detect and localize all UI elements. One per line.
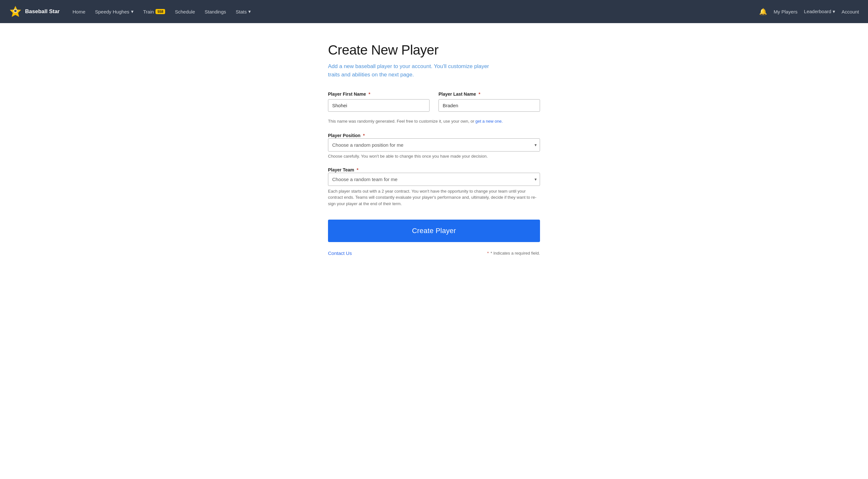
required-note: * * Indicates a required field. (486, 251, 540, 256)
star-icon (9, 5, 22, 18)
required-star: * (479, 92, 480, 97)
svg-point-2 (14, 10, 17, 12)
required-star: * (369, 92, 370, 97)
team-select-wrapper: Choose a random team for me New York Yan… (328, 173, 540, 186)
team-section: Player Team * Choose a random team for m… (328, 167, 540, 207)
team-label: Player Team * (328, 167, 359, 172)
player-link[interactable]: Speedy Hughes ▾ (91, 6, 137, 17)
position-section: Player Position * Choose a random positi… (328, 133, 540, 159)
page-title: Create New Player (328, 42, 540, 58)
home-link[interactable]: Home (69, 6, 89, 17)
footer-row: Contact Us * * Indicates a required fiel… (328, 250, 540, 256)
account-link[interactable]: Account (842, 9, 859, 14)
standings-link[interactable]: Standings (201, 6, 230, 17)
schedule-link[interactable]: Schedule (171, 6, 199, 17)
train-badge: 558 (155, 9, 165, 14)
team-select[interactable]: Choose a random team for me New York Yan… (328, 173, 540, 186)
brand-name: Baseball Star (25, 8, 60, 15)
chevron-down-icon: ▾ (248, 9, 251, 14)
chevron-down-icon: ▾ (131, 9, 134, 14)
first-name-input[interactable] (328, 99, 430, 112)
required-star: * (487, 251, 489, 256)
position-select[interactable]: Choose a random position for me Pitcher … (328, 138, 540, 152)
name-row: Player First Name * Player Last Name * (328, 92, 540, 112)
contact-us-link[interactable]: Contact Us (328, 250, 352, 256)
main-content: Create New Player Add a new baseball pla… (321, 42, 547, 282)
last-name-group: Player Last Name * (438, 92, 540, 112)
position-select-wrapper: Choose a random position for me Pitcher … (328, 138, 540, 152)
first-name-group: Player First Name * (328, 92, 430, 112)
my-players-link[interactable]: My Players (774, 9, 797, 14)
notification-bell-icon[interactable]: 🔔 (759, 8, 767, 15)
team-hint: Each player starts out with a 2 year con… (328, 188, 540, 207)
stats-link[interactable]: Stats ▾ (232, 6, 255, 17)
create-player-button[interactable]: Create Player (328, 220, 540, 242)
chevron-down-icon: ▾ (833, 9, 835, 14)
last-name-label: Player Last Name * (438, 92, 540, 97)
navbar: Baseball Star Home Speedy Hughes ▾ Train… (0, 0, 868, 23)
page-subtitle: Add a new baseball player to your accoun… (328, 62, 501, 79)
nav-links: Home Speedy Hughes ▾ Train 558 Schedule … (69, 6, 760, 17)
position-hint: Choose carefully. You won't be able to c… (328, 154, 540, 159)
required-star: * (363, 133, 365, 138)
name-hint: This name was randomly generated. Feel f… (328, 119, 540, 124)
first-name-label: Player First Name * (328, 92, 430, 97)
get-new-name-link[interactable]: get a new one. (475, 119, 503, 124)
position-label: Player Position * (328, 133, 365, 138)
leaderboard-link[interactable]: Leaderboard ▾ (804, 9, 835, 14)
last-name-input[interactable] (438, 99, 540, 112)
brand[interactable]: Baseball Star (9, 5, 60, 18)
required-star: * (356, 167, 358, 172)
nav-right: 🔔 My Players Leaderboard ▾ Account (759, 8, 859, 15)
train-link[interactable]: Train 558 (140, 6, 169, 17)
